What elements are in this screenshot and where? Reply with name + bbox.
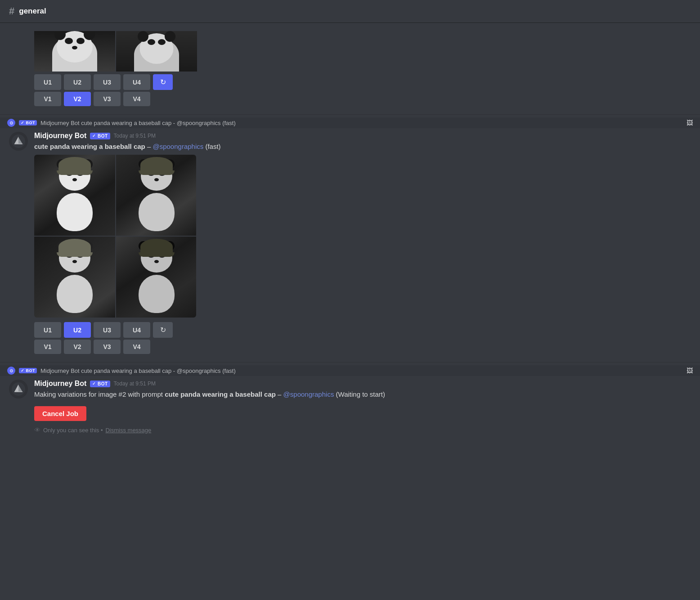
u4-button-1[interactable]: U4 (123, 74, 150, 90)
channel-name: general (19, 7, 46, 16)
cancel-job-button[interactable]: Cancel Job (34, 406, 86, 421)
timestamp-3: Today at 9:51 PM (114, 381, 156, 387)
waiting-prompt-bold: cute panda wearing a baseball cap (165, 390, 276, 398)
embed-header-text-2: Midjourney Bot cute panda wearing a base… (40, 120, 236, 126)
u4-button-2[interactable]: U4 (123, 322, 150, 338)
panda-figure-1 (34, 155, 115, 236)
message-3-content: Midjourney Bot BOT Today at 9:51 PM Maki… (34, 380, 691, 434)
buttons-row-2b: V1 V2 V3 V4 (34, 340, 691, 354)
v4-button-2[interactable]: V4 (123, 340, 150, 354)
waiting-post-text: (Waiting to start) (336, 390, 385, 398)
u3-button-2[interactable]: U3 (94, 322, 121, 338)
u2-button-2[interactable]: U2 (64, 322, 91, 338)
buttons-row-1a: U1 U2 U3 U4 ↻ (34, 74, 691, 90)
bot-name-2: Midjourney Bot (34, 132, 86, 140)
waiting-pre-text: Making variations for image #2 with prom… (34, 390, 165, 398)
message-1-content: U1 U2 U3 U4 ↻ V1 V2 V3 V4 (34, 31, 691, 108)
panda-partial-1 (34, 31, 115, 72)
image-cell-top-2 (116, 31, 197, 72)
mention-2: @spoongraphics (153, 143, 203, 150)
u2-button-1[interactable]: U2 (64, 74, 91, 90)
bot-badge-embed-2: BOT (19, 120, 37, 125)
embed-notification-3: ⚙ BOT Midjourney Bot cute panda wearing … (0, 365, 700, 376)
message-text-3: Making variations for image #2 with prom… (34, 390, 691, 399)
u1-button-2[interactable]: U1 (34, 322, 61, 338)
only-you-text: Only you can see this • (43, 427, 103, 434)
message-meta-3: Midjourney Bot BOT Today at 9:51 PM (34, 380, 691, 388)
u3-button-1[interactable]: U3 (94, 74, 121, 90)
messages-container: U1 U2 U3 U4 ↻ V1 V2 V3 V4 ⚙ BOT Midjourn… (0, 23, 700, 442)
panda-figure-4 (116, 237, 196, 318)
avatar-2 (9, 132, 28, 151)
dismiss-message-link[interactable]: Dismiss message (105, 427, 151, 434)
message-group-1: U1 U2 U3 U4 ↻ V1 V2 V3 V4 (0, 27, 700, 112)
divider-1 (0, 114, 700, 115)
panda-image-4 (116, 237, 196, 318)
bot-name-3: Midjourney Bot (34, 380, 86, 388)
u1-button-1[interactable]: U1 (34, 74, 61, 90)
buttons-row-2a: U1 U2 U3 U4 ↻ (34, 322, 691, 338)
message-2-content: Midjourney Bot BOT Today at 9:51 PM cute… (34, 132, 691, 356)
waiting-mention: @spoongraphics (283, 390, 334, 398)
message-group-3: Midjourney Bot BOT Today at 9:51 PM Maki… (0, 376, 700, 437)
message-text-2: cute panda wearing a baseball cap – @spo… (34, 142, 691, 151)
prompt-bold-2: cute panda wearing a baseball cap (34, 143, 145, 150)
bot-icon-small-3: ⚙ (7, 367, 15, 375)
v1-button-1[interactable]: V1 (34, 92, 61, 106)
refresh-button-2[interactable]: ↻ (153, 322, 173, 338)
v2-button-2[interactable]: V2 (64, 340, 91, 354)
bot-badge-embed-3: BOT (19, 368, 37, 373)
buttons-row-1b: V1 V2 V3 V4 (34, 92, 691, 106)
panda-image-1 (34, 155, 115, 236)
timestamp-2: Today at 9:51 PM (114, 133, 156, 139)
panda-figure-2 (116, 155, 196, 236)
partial-image-grid-1 (34, 31, 197, 72)
eye-icon: 👁 (34, 426, 40, 434)
bot-badge-3: BOT (90, 381, 110, 387)
embed-notification-2: ⚙ BOT Midjourney Bot cute panda wearing … (0, 117, 700, 128)
panda-image-3 (34, 237, 115, 318)
panda-figure-3 (34, 237, 115, 318)
avatar-3 (9, 380, 28, 399)
channel-header: # general (0, 0, 700, 23)
refresh-button-1[interactable]: ↻ (153, 74, 173, 90)
only-you-row: 👁 Only you can see this • Dismiss messag… (34, 426, 691, 434)
panda-partial-2 (116, 31, 197, 72)
v3-button-1[interactable]: V3 (94, 92, 121, 106)
v4-button-1[interactable]: V4 (123, 92, 150, 106)
embed-image-icon-3[interactable]: 🖼 (687, 367, 693, 374)
embed-header-text-3: Midjourney Bot cute panda wearing a base… (40, 367, 236, 374)
divider-2 (0, 362, 700, 363)
v2-button-1[interactable]: V2 (64, 92, 91, 106)
message-meta-2: Midjourney Bot BOT Today at 9:51 PM (34, 132, 691, 140)
message-group-2: Midjourney Bot BOT Today at 9:51 PM cute… (0, 128, 700, 359)
channel-hash: # (9, 5, 14, 17)
speed-2: (fast) (205, 143, 220, 150)
bot-icon-small-2: ⚙ (7, 119, 15, 127)
image-grid-2 (34, 155, 196, 318)
v3-button-2[interactable]: V3 (94, 340, 121, 354)
bot-badge-2: BOT (90, 133, 110, 139)
image-cell-top-1 (34, 31, 115, 72)
embed-image-icon-2[interactable]: 🖼 (687, 119, 693, 126)
v1-button-2[interactable]: V1 (34, 340, 61, 354)
panda-image-2 (116, 155, 196, 236)
